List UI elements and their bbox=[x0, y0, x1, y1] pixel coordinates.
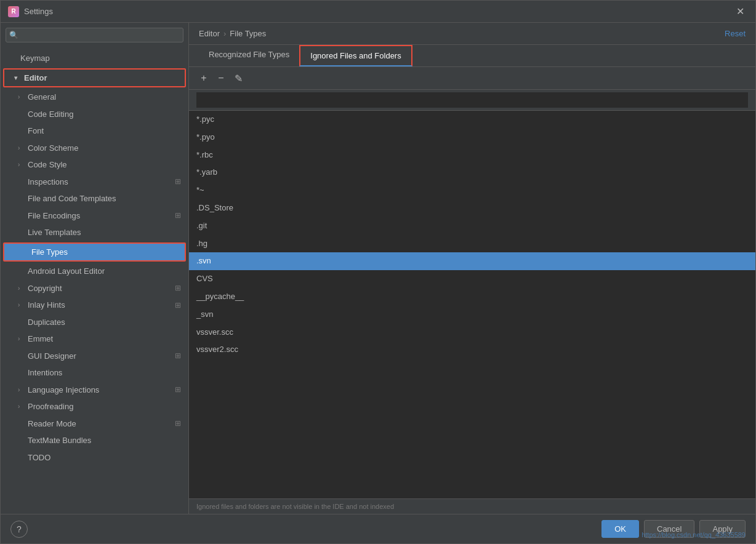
list-item[interactable]: __pycache__ bbox=[189, 288, 755, 306]
tab-label: Ignored Files and Folders bbox=[310, 51, 401, 60]
sidebar-item-file-and-code-templates[interactable]: File and Code Templates bbox=[1, 190, 188, 207]
sidebar-item-label: GUI Designer bbox=[28, 350, 76, 362]
breadcrumb: Editor › File Types Reset bbox=[189, 23, 755, 45]
sidebar-item-intentions[interactable]: Intentions bbox=[1, 364, 188, 382]
sidebar-item-label: Reader Mode bbox=[28, 418, 76, 430]
sidebar-item-label: Language Injections bbox=[28, 384, 99, 396]
sidebar-item-label: General bbox=[28, 91, 56, 103]
list-item[interactable]: *.pyc bbox=[189, 111, 755, 129]
sidebar-item-android-layout-editor[interactable]: Android Layout Editor bbox=[1, 263, 188, 280]
sidebar-item-label: Code Editing bbox=[28, 108, 73, 121]
filter-input[interactable] bbox=[196, 92, 748, 108]
sidebar-item-file-types[interactable]: File Types bbox=[4, 244, 185, 261]
badge-icon: ⊞ bbox=[175, 350, 181, 361]
sidebar-item-reader-mode[interactable]: Reader Mode ⊞ bbox=[1, 415, 188, 433]
content-area: 🔍 Keymap ▾ Editor › bbox=[1, 23, 755, 514]
search-input[interactable] bbox=[6, 28, 183, 42]
arrow-icon: › bbox=[18, 385, 25, 394]
sidebar-item-color-scheme[interactable]: › Color Scheme bbox=[1, 140, 188, 157]
list-item[interactable]: *.yarb bbox=[189, 164, 755, 182]
badge-icon: ⊞ bbox=[175, 384, 181, 395]
sidebar-item-code-editing[interactable]: Code Editing bbox=[1, 106, 188, 123]
tab-ignored-files-folders[interactable]: Ignored Files and Folders bbox=[299, 45, 412, 66]
status-bar: Ignored files and folders are not visibl… bbox=[189, 498, 755, 514]
arrow-icon: › bbox=[18, 160, 25, 169]
close-button[interactable]: ✕ bbox=[733, 4, 748, 18]
sidebar-item-label: Copyright bbox=[28, 282, 62, 295]
badge-icon: ⊞ bbox=[175, 300, 181, 311]
sidebar-item-label: Keymap bbox=[20, 52, 50, 65]
sidebar-item-label: File Types bbox=[31, 246, 68, 258]
tabs-bar: Recognized File Types Ignored Files and … bbox=[189, 45, 755, 67]
watermark: https://blog.csdn.net/qq_43635589 bbox=[641, 531, 746, 538]
sidebar-item-font[interactable]: Font bbox=[1, 122, 188, 140]
list-item[interactable]: CVS bbox=[189, 270, 755, 288]
list-item[interactable]: .git bbox=[189, 217, 755, 235]
arrow-icon: › bbox=[18, 334, 25, 343]
remove-button[interactable]: − bbox=[214, 71, 228, 86]
tab-recognized-file-types[interactable]: Recognized File Types bbox=[199, 45, 299, 66]
breadcrumb-file-types: File Types bbox=[230, 29, 266, 38]
input-area bbox=[189, 90, 755, 111]
help-button[interactable]: ? bbox=[10, 521, 28, 538]
sidebar-item-general[interactable]: › General bbox=[1, 89, 188, 106]
sidebar-item-label: Color Scheme bbox=[28, 142, 78, 154]
dialog-title: Settings bbox=[24, 7, 733, 16]
sidebar-item-label: Live Templates bbox=[28, 226, 81, 239]
sidebar-list: Keymap ▾ Editor › General Code Editing bbox=[1, 47, 188, 514]
sidebar-item-duplicates[interactable]: Duplicates bbox=[1, 314, 188, 331]
list-item[interactable]: vssver2.scc bbox=[189, 341, 755, 359]
sidebar-item-label: Proofreading bbox=[28, 401, 73, 413]
sidebar-item-inspections[interactable]: Inspections ⊞ bbox=[1, 174, 188, 191]
badge-icon: ⊞ bbox=[175, 176, 181, 187]
list-item[interactable]: *.pyo bbox=[189, 129, 755, 146]
edit-button[interactable]: ✎ bbox=[231, 71, 246, 86]
list-item[interactable]: .DS_Store bbox=[189, 199, 755, 217]
app-icon: R bbox=[8, 6, 19, 17]
sidebar-item-emmet[interactable]: › Emmet bbox=[1, 330, 188, 348]
sidebar-item-todo[interactable]: TODO bbox=[1, 449, 188, 466]
file-list: *.pyc *.pyo *.rbc *.yarb *~ .DS_Store .g… bbox=[189, 111, 755, 498]
sidebar-item-inlay-hints[interactable]: › Inlay Hints ⊞ bbox=[1, 297, 188, 314]
list-item[interactable]: *~ bbox=[189, 182, 755, 199]
sidebar-item-live-templates[interactable]: Live Templates bbox=[1, 224, 188, 241]
sidebar-item-code-style[interactable]: › Code Style bbox=[1, 156, 188, 174]
toolbar: + − ✎ bbox=[189, 67, 755, 90]
sidebar-item-editor[interactable]: ▾ Editor bbox=[4, 70, 185, 87]
sidebar-item-proofreading[interactable]: › Proofreading bbox=[1, 398, 188, 415]
badge-icon: ⊞ bbox=[175, 210, 181, 221]
sidebar-item-label: Android Layout Editor bbox=[28, 265, 105, 278]
sidebar-item-gui-designer[interactable]: GUI Designer ⊞ bbox=[1, 348, 188, 365]
arrow-icon: › bbox=[18, 92, 25, 102]
list-item[interactable]: *.rbc bbox=[189, 146, 755, 164]
list-item[interactable]: _svn bbox=[189, 306, 755, 324]
arrow-icon: › bbox=[18, 284, 25, 293]
settings-dialog: R Settings ✕ 🔍 Keymap ▾ Editor bbox=[0, 0, 756, 544]
list-item[interactable]: vssver.scc bbox=[189, 324, 755, 342]
sidebar-item-label: File and Code Templates bbox=[28, 193, 116, 205]
sidebar-item-textmate-bundles[interactable]: TextMate Bundles bbox=[1, 432, 188, 449]
sidebar-item-label: Font bbox=[28, 125, 44, 137]
sidebar-item-label: Inlay Hints bbox=[28, 299, 65, 311]
sidebar-item-label: Code Style bbox=[28, 159, 67, 171]
sidebar-item-label: Duplicates bbox=[28, 316, 65, 329]
breadcrumb-path: Editor › File Types bbox=[199, 29, 266, 38]
list-item[interactable]: .svn bbox=[189, 252, 755, 270]
badge-icon: ⊞ bbox=[175, 282, 181, 294]
sidebar-item-label: Intentions bbox=[28, 367, 62, 379]
arrow-icon: › bbox=[18, 143, 25, 153]
bottom-bar: ? OK Cancel Apply bbox=[1, 514, 755, 543]
sidebar-item-file-encodings[interactable]: File Encodings ⊞ bbox=[1, 207, 188, 225]
arrow-icon: › bbox=[18, 402, 25, 411]
add-button[interactable]: + bbox=[196, 71, 211, 86]
main-panel: Editor › File Types Reset Recognized Fil… bbox=[189, 23, 755, 514]
sidebar-item-keymap[interactable]: Keymap bbox=[1, 50, 188, 67]
sidebar-item-language-injections[interactable]: › Language Injections ⊞ bbox=[1, 382, 188, 399]
breadcrumb-editor: Editor bbox=[199, 29, 220, 38]
breadcrumb-separator: › bbox=[223, 29, 226, 38]
ok-button[interactable]: OK bbox=[601, 520, 639, 538]
list-item[interactable]: .hg bbox=[189, 235, 755, 253]
reset-button[interactable]: Reset bbox=[725, 29, 746, 38]
sidebar-item-copyright[interactable]: › Copyright ⊞ bbox=[1, 280, 188, 297]
sidebar-item-label: File Encodings bbox=[28, 210, 80, 222]
